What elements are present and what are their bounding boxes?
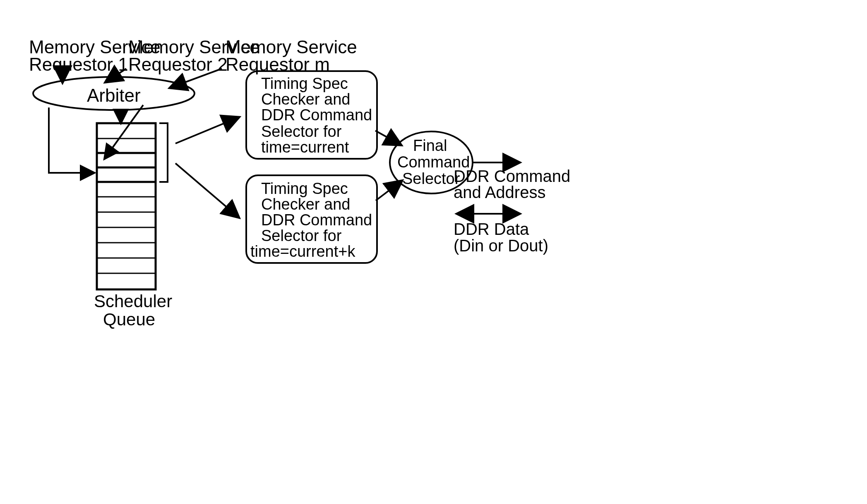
timing2-label-line5: time=current+k: [250, 242, 355, 261]
scheduler-label-line2: Queue: [103, 309, 155, 330]
requestor2-label-line2: Requestor 2: [128, 54, 228, 76]
queue-to-timing2-arrow: [175, 163, 238, 217]
requestor1-label-line2: Requestor 1: [29, 54, 128, 76]
final-label-line3: Selector: [402, 170, 460, 189]
arbiter-label: Arbiter: [87, 85, 141, 107]
timing1-label-line5: time=current: [261, 138, 349, 157]
queue-bracket: [159, 123, 168, 182]
final-label-line1: Final: [413, 136, 447, 155]
scheduler-label-line1: Scheduler: [94, 291, 172, 312]
timing1-to-final-arrow: [375, 131, 401, 145]
queue-to-timing1-arrow: [175, 117, 238, 143]
arbiter-to-queue-arrow3: [49, 107, 93, 173]
ddr-cmd-label-line2: and Address: [454, 182, 545, 202]
scheduler-queue-box: [97, 123, 156, 289]
arbiter-to-queue-arrow2: [105, 105, 143, 158]
requestorm-label-line2: Requestor m: [226, 54, 330, 76]
timing2-to-final-arrow: [376, 181, 401, 201]
ddr-data-label-line2: (Din or Dout): [454, 236, 548, 256]
timing1-label-line3: DDR Command: [261, 106, 372, 125]
